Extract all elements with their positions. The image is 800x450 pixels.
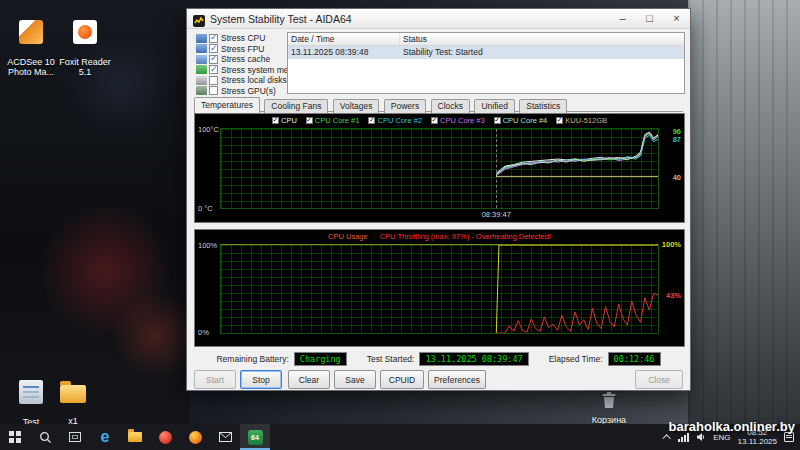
legend-item-core3[interactable]: CPU Core #3 <box>431 116 485 125</box>
hidden-icons-chevron-icon[interactable] <box>663 434 671 442</box>
log-cell-datetime: 13.11.2025 08:39:48 <box>288 46 400 59</box>
start-menu-button[interactable] <box>0 424 30 450</box>
cache-icon <box>196 55 207 64</box>
cpu-icon <box>196 34 207 43</box>
maximize-icon[interactable]: □ <box>636 9 663 28</box>
clear-button[interactable]: Clear <box>288 370 330 389</box>
x-axis-time-label: 08:39:47 <box>482 210 511 219</box>
stress-fpu-row[interactable]: Stress FPU <box>196 44 288 54</box>
test-start-marker <box>496 129 497 208</box>
checkbox-icon[interactable] <box>272 117 279 124</box>
current-value-label: 87 <box>673 135 681 144</box>
y-axis-max-label: 100% <box>198 241 217 250</box>
stress-disks-checkbox[interactable] <box>209 76 218 85</box>
elapsed-value: 00:12:46 <box>608 352 661 366</box>
wallpaper-building <box>688 0 800 426</box>
memory-icon <box>196 65 207 74</box>
aida64-app-icon <box>193 13 205 25</box>
minimize-icon[interactable]: – <box>609 9 636 28</box>
desktop-icon-foxit[interactable]: Foxit Reader 5.1 <box>56 10 114 87</box>
stress-disks-row[interactable]: Stress local disks <box>196 75 288 85</box>
stress-cpu-checkbox[interactable] <box>209 34 218 43</box>
search-button[interactable] <box>30 424 60 450</box>
desktop-icon-acdsee[interactable]: ACDSee 10 Photo Ma... <box>2 10 60 87</box>
stop-button[interactable]: Stop <box>240 370 282 389</box>
log-col-datetime[interactable]: Date / Time <box>288 33 400 45</box>
legend-item-core1[interactable]: CPU Core #1 <box>306 116 360 125</box>
legend-item-core4[interactable]: CPU Core #4 <box>494 116 548 125</box>
file-explorer-icon <box>128 432 142 442</box>
current-value-label: 40 <box>673 173 681 182</box>
close-test-button: Close <box>635 370 683 389</box>
legend-item-cpu[interactable]: CPU <box>272 116 297 125</box>
folder-icon <box>60 385 86 403</box>
close-icon[interactable]: × <box>663 9 690 28</box>
checkbox-icon[interactable] <box>368 117 375 124</box>
taskbar-app-explorer[interactable] <box>120 424 150 450</box>
test-log[interactable]: Date / Time Status 13.11.2025 08:39:48 S… <box>287 32 685 94</box>
tab-powers[interactable]: Powers <box>384 99 426 113</box>
temperature-legend: CPU CPU Core #1 CPU Core #2 CPU Core #3 … <box>195 116 684 125</box>
stress-memory-checkbox[interactable] <box>209 65 218 74</box>
start-button: Start <box>194 370 236 389</box>
tab-cooling-fans[interactable]: Cooling Fans <box>264 99 328 113</box>
stress-fpu-checkbox[interactable] <box>209 44 218 53</box>
taskbar-app-mail[interactable] <box>210 424 240 450</box>
stress-cpu-row[interactable]: Stress CPU <box>196 33 288 43</box>
aida64-window: System Stability Test - AIDA64 – □ × Str… <box>186 8 691 391</box>
taskbar-app-browser[interactable] <box>150 424 180 450</box>
cpu-usage-plot <box>220 244 659 334</box>
y-axis-min-label: 0% <box>198 328 209 337</box>
stress-cache-row[interactable]: Stress cache <box>196 54 288 64</box>
windows-logo-icon <box>9 431 21 443</box>
temperature-chart: CPU CPU Core #1 CPU Core #2 CPU Core #3 … <box>194 113 685 223</box>
taskbar-app-firefox[interactable] <box>180 424 210 450</box>
search-icon <box>39 431 52 444</box>
stress-gpus-row[interactable]: Stress GPU(s) <box>196 86 288 96</box>
log-col-status[interactable]: Status <box>400 33 684 45</box>
current-value-label: 43% <box>666 291 681 300</box>
browser-icon <box>159 431 172 444</box>
acdsee-app-icon <box>19 20 43 44</box>
titlebar[interactable]: System Stability Test - AIDA64 – □ × <box>187 9 690 29</box>
checkbox-icon[interactable] <box>556 117 563 124</box>
task-view-icon <box>69 432 81 442</box>
log-row[interactable]: 13.11.2025 08:39:48 Stability Test: Star… <box>288 46 684 59</box>
cpu-usage-title: CPU Usage <box>328 232 368 241</box>
legend-item-core2[interactable]: CPU Core #2 <box>368 116 422 125</box>
desktop-icon-label: Foxit Reader 5.1 <box>56 57 114 77</box>
tab-unified[interactable]: Unified <box>474 99 514 113</box>
throttling-warning: CPU Throttling (max: 97%) - Overheating … <box>380 232 551 241</box>
taskbar-app-aida64[interactable]: 64 <box>240 424 270 450</box>
status-row: Remaining Battery: Charging Test Started… <box>187 351 690 367</box>
tray-date: 13.11.2025 <box>738 437 777 446</box>
tab-temperatures[interactable]: Temperatures <box>194 97 260 113</box>
test-started-value: 13.11.2025 08:39:47 <box>419 352 528 366</box>
checkbox-icon[interactable] <box>494 117 501 124</box>
battery-label: Remaining Battery: <box>216 354 288 364</box>
preferences-button[interactable]: Preferences <box>428 370 486 389</box>
stress-memory-row[interactable]: Stress system memory <box>196 65 288 75</box>
stress-gpus-checkbox[interactable] <box>209 86 218 95</box>
tab-clocks[interactable]: Clocks <box>431 99 471 113</box>
test-started-label: Test Started: <box>367 354 415 364</box>
window-title: System Stability Test - AIDA64 <box>210 13 352 25</box>
save-button[interactable]: Save <box>334 370 376 389</box>
y-axis-min-label: 0 °C <box>198 204 213 213</box>
stress-cache-checkbox[interactable] <box>209 55 218 64</box>
checkbox-icon[interactable] <box>431 117 438 124</box>
fpu-icon <box>196 44 207 53</box>
cpu-usage-chart-header: CPU Usage CPU Throttling (max: 97%) - Ov… <box>195 232 684 241</box>
test-app-icon <box>19 380 43 404</box>
taskbar-app-edge[interactable]: e <box>90 424 120 450</box>
task-view-button[interactable] <box>60 424 90 450</box>
disk-icon <box>196 76 207 85</box>
legend-item-ssd[interactable]: KUU-512GB <box>556 116 607 125</box>
tab-voltages[interactable]: Voltages <box>333 99 380 113</box>
cpuid-button[interactable]: CPUID <box>380 370 424 389</box>
tab-statistics[interactable]: Statistics <box>519 99 567 113</box>
aida64-icon: 64 <box>248 430 263 445</box>
checkbox-icon[interactable] <box>306 117 313 124</box>
y-axis-max-label: 100°C <box>198 125 219 134</box>
current-value-label: 100% <box>662 240 681 249</box>
